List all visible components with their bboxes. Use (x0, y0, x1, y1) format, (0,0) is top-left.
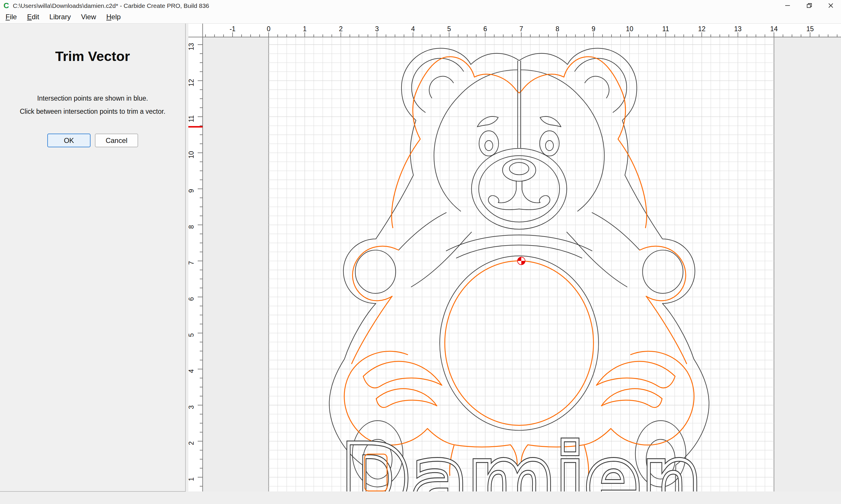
menu-item-edit[interactable]: Edit (22, 11, 44, 23)
ruler-label: 5 (188, 333, 195, 337)
ruler-label: 3 (375, 25, 379, 33)
ruler-label: 11 (662, 25, 669, 33)
ruler-label: 2 (339, 25, 343, 33)
menu-item-help[interactable]: Help (102, 11, 125, 23)
chest-line-inner (457, 245, 519, 258)
ruler-label: 5 (447, 25, 451, 33)
ruler-label: -1 (229, 25, 235, 33)
ruler-label: 9 (591, 25, 596, 33)
ruler-label: 7 (519, 25, 523, 33)
menu-item-view[interactable]: View (76, 11, 101, 23)
eyebrow (477, 116, 498, 127)
design-scene: Damien Damien (203, 37, 841, 491)
ruler-label: 1 (303, 25, 307, 33)
highlight-leg-crescent-2 (376, 389, 437, 408)
belly-outline (440, 256, 599, 430)
ruler-label: 13 (734, 25, 742, 33)
arm-lower-edge (411, 232, 471, 287)
inner-ear-detail (429, 76, 453, 98)
ruler-label: 15 (806, 25, 814, 33)
arm-inner-edge (399, 213, 446, 250)
ruler-label: 4 (411, 25, 415, 33)
cancel-button[interactable]: Cancel (95, 133, 138, 147)
instruction-line-2: Click between intersection points to tri… (0, 108, 185, 115)
app-window: C C:\Users\willa\Downloads\damien.c2d* -… (0, 0, 841, 504)
close-icon (827, 2, 834, 9)
ruler-label: 10 (626, 25, 633, 33)
design-name-text[interactable]: Damien Damien (341, 424, 702, 491)
origin-marker[interactable] (517, 257, 525, 265)
ruler-label: 8 (188, 225, 195, 229)
close-button[interactable] (822, 1, 839, 10)
menu-item-library[interactable]: Library (45, 11, 75, 23)
ruler-label: 8 (555, 25, 559, 33)
highlight-leg-crescent-1 (363, 361, 442, 388)
head-inner-side (434, 96, 461, 212)
app-logo-icon: C (3, 2, 11, 9)
window-title: C:\Users\willa\Downloads\damien.c2d* - C… (13, 2, 209, 9)
ruler-label: 12 (188, 79, 195, 87)
horizontal-ruler: -10123456789101112131415 (188, 24, 841, 37)
vertical-ruler: 13121110987654321 (188, 37, 203, 491)
ok-button[interactable]: OK (47, 133, 90, 147)
restore-icon (806, 2, 812, 9)
menu-bar: FileEditLibraryViewHelp (0, 11, 841, 24)
restore-button[interactable] (801, 1, 818, 10)
ruler-label: 11 (188, 115, 195, 122)
out-of-stock-area (774, 37, 841, 491)
minimize-icon (784, 2, 791, 9)
paw-inner (355, 250, 396, 293)
ruler-label: 14 (770, 25, 778, 33)
panel-title: Trim Vector (0, 48, 185, 64)
ruler-label: 2 (188, 441, 195, 445)
ruler-label: 6 (188, 297, 195, 301)
ruler-corner-box (188, 24, 203, 37)
ruler-label: 7 (188, 261, 195, 265)
highlight-paw-ring (353, 246, 399, 301)
ruler-label: 6 (483, 25, 487, 33)
ruler-label: 10 (188, 151, 195, 159)
out-of-stock-area (203, 37, 269, 491)
design-canvas[interactable]: Damien Damien (203, 37, 841, 491)
minimize-button[interactable] (779, 1, 796, 10)
name-text-inner-cut: Damien (341, 424, 702, 491)
instruction-line-1: Intersection points are shown in blue. (0, 94, 185, 102)
ruler-label: 12 (698, 25, 705, 33)
title-bar: C C:\Users\willa\Downloads\damien.c2d* -… (0, 0, 841, 11)
trim-vector-panel: Trim Vector Intersection points are show… (0, 24, 186, 492)
eye-pupil (485, 141, 493, 151)
ruler-label: 4 (188, 369, 195, 373)
ruler-label: 9 (188, 189, 195, 193)
ruler-label: 1 (188, 478, 195, 481)
ruler-label: 0 (267, 25, 271, 33)
menu-item-file[interactable]: File (1, 11, 22, 23)
ruler-label: 13 (188, 43, 195, 51)
ruler-label: 3 (188, 406, 195, 409)
smile-upper (498, 181, 516, 203)
